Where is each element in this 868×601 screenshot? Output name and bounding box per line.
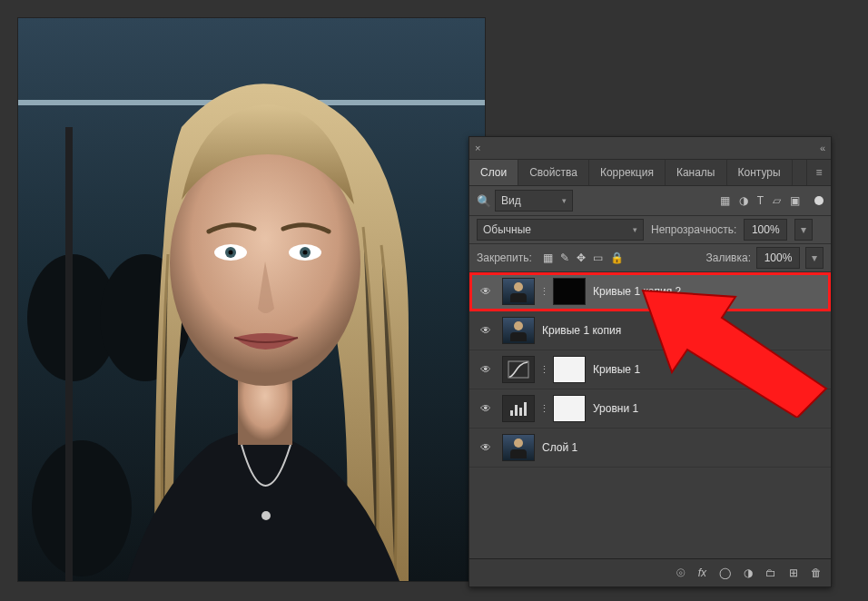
tab-слои[interactable]: Слои [469,160,518,185]
layer-thumbnail[interactable] [502,434,535,461]
filter-pixel-icon[interactable]: ▦ [720,194,730,207]
search-icon[interactable]: 🔍 [477,194,491,208]
layer-thumbnails [502,434,535,461]
delete-layer-icon[interactable]: 🗑 [811,567,822,579]
close-icon[interactable]: × [475,143,480,153]
filter-row: 🔍 Вид ▾ ▦ ◑ T ▱ ▣ [469,186,831,216]
layers-panel: × « СлоиСвойстваКоррекцияКаналыКонтуры ≡… [469,136,832,587]
layer-kind-select[interactable]: Вид ▾ [495,190,573,212]
svg-point-10 [229,251,233,255]
lock-brush-icon[interactable]: ✎ [560,251,569,264]
visibility-eye-icon[interactable]: 👁 [477,282,495,300]
add-mask-icon[interactable]: ◯ [719,567,731,579]
blend-mode-select[interactable]: Обычные ▾ [477,219,644,241]
svg-rect-17 [515,405,518,416]
visibility-eye-icon[interactable]: 👁 [477,399,495,418]
visibility-eye-icon[interactable]: 👁 [477,321,495,340]
layer-style-icon[interactable]: fx [698,567,706,579]
tab-коррекция[interactable]: Коррекция [589,160,666,185]
chevron-down-icon: ▾ [633,225,637,234]
layer-thumbnails: ⋮ [502,278,586,305]
layer-row[interactable]: 👁⋮Кривые 1 [469,350,831,389]
fill-field[interactable]: 100% [756,247,800,269]
svg-rect-5 [65,127,73,581]
layer-thumbnails [502,317,535,344]
fill-label: Заливка: [705,251,751,264]
blend-mode-value: Обычные [483,223,531,236]
layer-mask-thumbnail[interactable] [553,278,586,305]
opacity-label: Непрозрачность: [651,223,736,236]
svg-point-4 [32,440,132,576]
adjustment-thumbnail[interactable] [502,395,535,422]
layer-name[interactable]: Кривые 1 копия 2 [593,285,681,298]
filter-adjust-icon[interactable]: ◑ [739,194,748,207]
tabs-spacer [793,160,806,185]
panel-bottom-bar: ⦾ fx ◯ ◑ 🗀 ⊞ 🗑 [469,558,831,586]
filter-toggle-icon[interactable] [814,196,824,205]
opacity-field[interactable]: 100% [744,219,787,241]
filter-shape-icon[interactable]: ▱ [773,194,781,207]
layer-row[interactable]: 👁⋮Уровни 1 [469,389,831,429]
filter-smart-icon[interactable]: ▣ [790,194,800,207]
visibility-eye-icon[interactable]: 👁 [477,360,495,379]
layer-mask-thumbnail[interactable] [553,395,586,422]
opacity-stepper[interactable]: ▾ [794,219,813,241]
link-layers-icon[interactable]: ⦾ [676,567,686,579]
layer-thumbnail[interactable] [502,278,535,305]
layer-row[interactable]: 👁⋮Кривые 1 копия 2 [469,272,831,311]
layer-name[interactable]: Уровни 1 [593,402,638,415]
svg-point-13 [303,251,308,255]
layer-name[interactable]: Слой 1 [542,441,577,454]
adjustment-thumbnail[interactable] [502,356,535,383]
layer-row[interactable]: 👁Слой 1 [469,429,831,468]
layer-name[interactable]: Кривые 1 [593,363,640,376]
mask-link-icon[interactable]: ⋮ [538,357,549,382]
lock-position-icon[interactable]: ✥ [577,251,586,264]
layer-kind-label: Вид [501,194,521,207]
blend-opacity-row: Обычные ▾ Непрозрачность: 100% ▾ [469,216,831,244]
fill-stepper[interactable]: ▾ [805,247,824,269]
new-layer-icon[interactable]: ⊞ [789,567,798,579]
svg-point-14 [261,511,271,520]
tab-свойства[interactable]: Свойства [518,160,589,185]
layer-row[interactable]: 👁Кривые 1 копия [469,311,831,350]
lock-all-icon[interactable]: 🔒 [610,251,624,264]
layer-thumbnail[interactable] [502,317,535,344]
layer-name[interactable]: Кривые 1 копия [542,324,621,337]
layer-mask-thumbnail[interactable] [553,356,586,383]
lock-pixels-icon[interactable]: ▦ [543,251,553,264]
lock-fill-row: Закрепить: ▦ ✎ ✥ ▭ 🔒 Заливка: 100% ▾ [469,244,831,272]
tab-контуры[interactable]: Контуры [727,160,793,185]
mask-link-icon[interactable]: ⋮ [538,279,549,304]
new-adjustment-icon[interactable]: ◑ [744,567,753,579]
panel-tabs: СлоиСвойстваКоррекцияКаналыКонтуры ≡ [469,160,831,186]
lock-artboard-icon[interactable]: ▭ [593,251,603,264]
collapse-icon[interactable]: « [820,143,825,153]
chevron-down-icon: ▾ [562,196,567,205]
mask-link-icon[interactable]: ⋮ [538,396,549,421]
layers-list: 👁⋮Кривые 1 копия 2👁Кривые 1 копия👁⋮Кривы… [469,272,831,558]
layer-thumbnails: ⋮ [502,356,586,383]
visibility-eye-icon[interactable]: 👁 [477,438,495,457]
panel-titlebar: × « [469,137,831,160]
filter-type-icon[interactable]: T [757,194,764,207]
svg-rect-18 [519,408,522,416]
opacity-value: 100% [752,223,780,236]
layer-thumbnails: ⋮ [502,395,586,422]
document-canvas[interactable] [18,18,485,581]
svg-rect-16 [510,410,513,416]
fill-value: 100% [764,251,793,264]
svg-rect-19 [524,402,527,416]
new-group-icon[interactable]: 🗀 [765,567,776,579]
tab-каналы[interactable]: Каналы [666,160,727,185]
lock-label: Закрепить: [477,251,532,264]
panel-menu-icon[interactable]: ≡ [806,160,831,185]
